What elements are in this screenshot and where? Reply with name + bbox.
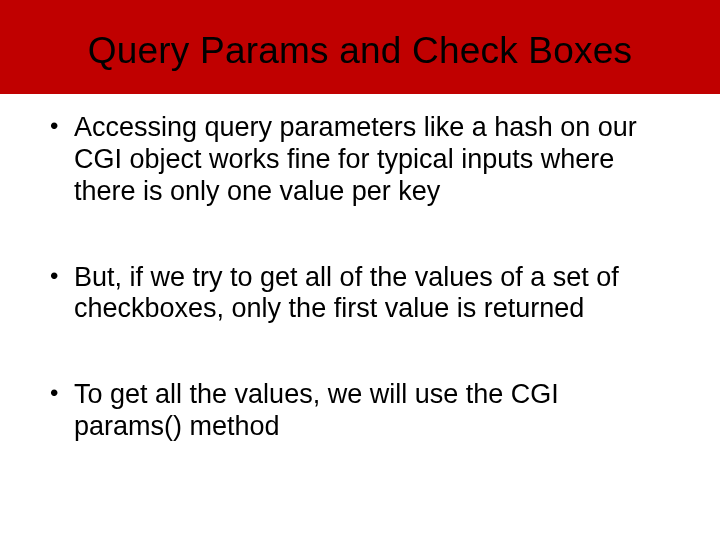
bullet-item: To get all the values, we will use the C…: [48, 379, 672, 443]
bullet-item: But, if we try to get all of the values …: [48, 262, 672, 326]
slide-title: Query Params and Check Boxes: [88, 30, 632, 71]
slide: Query Params and Check Boxes Accessing q…: [0, 0, 720, 540]
slide-body: Accessing query parameters like a hash o…: [0, 94, 720, 443]
bullet-item: Accessing query parameters like a hash o…: [48, 112, 672, 208]
title-bar: Query Params and Check Boxes: [0, 0, 720, 94]
bullet-list: Accessing query parameters like a hash o…: [48, 112, 672, 443]
